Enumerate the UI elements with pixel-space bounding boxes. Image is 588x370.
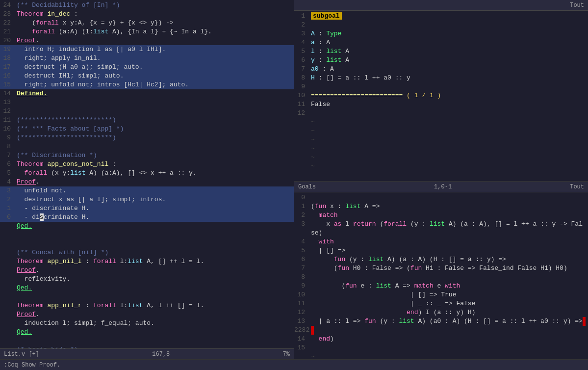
rt-line-3: 3 A : Type [294,29,588,38]
code-line-15: 15 right; unfold not; intros [Hc1| Hc2];… [0,80,294,89]
rb-line-14: 14 end) [294,335,588,344]
code-line-4: 4 Proof. [0,178,294,186]
subgoal-badge: subgoal [311,12,342,20]
code-line-blank2 [0,239,294,248]
rt-tilde-2: ~ [294,127,588,135]
rb-line-9: 9 (fun e : list A => match e with [294,282,588,291]
coq-command: :Coq Show Proof. [4,362,60,369]
code-line-blank3 [0,292,294,301]
rb-line-12: 12 end) I (a :: y) H) [294,308,588,317]
code-line-18: 18 right; apply in_nil. [0,54,294,63]
code-line-23: 23 Theorem in_dec : [0,10,294,19]
rb-line-4: 4 with [294,238,588,246]
rt-line-12: 12 [294,109,588,118]
rt-line-10: 10 ======================== ( 1 / 1 ) [294,91,588,100]
right-top-pane: Tout 1 subgoal 2 3 A : Type [294,0,588,182]
code-line-qed1: Qed. [0,222,294,231]
rb-line-13: 13 | a :: l => fun (y : list A) (a0 : A)… [294,317,588,326]
rb-line-0: 0 [294,193,588,202]
code-line-21: 21 forall (a:A) (l:list A), {In a l} + {… [0,27,294,36]
rb-line-2282: 2282 [294,326,588,335]
left-status-filename: List.v [+] [4,351,39,358]
code-line-7: 7 (** Discrimination *) [0,151,294,160]
left-status-percent: 7% [283,351,290,358]
rt-line-5: 5 l : list A [294,47,588,56]
rt-tilde-4: ~ [294,144,588,153]
code-line-blank1 [0,231,294,239]
code-line-24: 24 (** Decidability of [In] *) [0,1,294,10]
rt-tilde-1: ~ [294,118,588,127]
left-pane[interactable]: 24 (** Decidability of [In] *) 23 Theore… [0,0,294,359]
rt-tilde-3: ~ [294,135,588,144]
rb-line-2: 2 match [294,211,588,220]
code-line-refl: reflexivity. [0,275,294,284]
right-top-status-tout: Tout [570,2,584,9]
code-line-0: 0 - discriminate H. [0,213,294,222]
code-line-proof-nil-r: Proof. [0,310,294,319]
right-top-code: 1 subgoal 2 3 A : Type 4 a : A [294,11,588,172]
editor-area: 24 (** Decidability of [In] *) 23 Theore… [0,0,588,359]
code-line-16: 16 destruct IHl; simpl; auto. [0,72,294,80]
goals-label: Goals [298,184,316,190]
code-line-induction: induction l; simpl; f_equal; auto. [0,319,294,328]
right-bottom-statusbar: Goals 1,0-1 Tout [294,182,588,192]
left-statusbar: List.v [+] 167,8 7% [0,348,294,359]
code-line-13: 13 [0,98,294,107]
main-container: 24 (** Decidability of [In] *) 23 Theore… [0,0,588,370]
code-line-blank4 [0,337,294,345]
code-line-9: 9 (************************) [0,133,294,142]
bottom-statusbar: :Coq Show Proof. [0,359,588,370]
code-line-22: 22 (forall x y:A, {x = y} + {x <> y}) -> [0,19,294,27]
code-line-theorem-app-nil-r: Theorem app_nil_r : forall l:list A, l +… [0,301,294,310]
rb-line-15: 15 [294,344,588,352]
goals-code-block: 0 1 (fun x : list A => 2 match 3 [294,192,588,359]
rt-tilde-5: ~ [294,153,588,162]
code-line-8: 8 [0,142,294,151]
code-line-1: 1 - discriminate H. [0,204,294,213]
rb-line-11: 11 | _ :: _ => False [294,299,588,308]
right-bottom-code: 0 1 (fun x : list A => 2 match 3 [294,192,588,359]
rt-line-4: 4 a : A [294,38,588,47]
left-status-position: 167,8 [152,351,170,358]
right-pane: Tout 1 subgoal 2 3 A : Type [294,0,588,359]
code-line-theorem-app-nil-l: Theorem app_nil_l : forall l:list A, [] … [0,257,294,266]
rb-line-3: 3 x as l return (forall (y : list A) (a … [294,220,588,229]
code-line-qed3: Qed. [0,328,294,337]
rb-line-5: 5 | [] => [294,246,588,255]
code-line-12: 12 [0,107,294,116]
rt-line-11: 11 False [294,100,588,109]
goals-position: 1,0-1 [434,184,452,190]
goals-tout: Tout [570,184,584,190]
rb-line-se: se) [294,229,588,238]
code-line-2: 2 destruct x as [| a l]; simpl; intros. [0,195,294,204]
code-line-20: 20 Proof. [0,36,294,45]
rt-line-1: 1 subgoal [294,12,588,21]
code-line-11: 11 (************************) [0,116,294,125]
code-line-3: 3 unfold not. [0,186,294,195]
rb-line-6: 6 fun (y : list A) (a : A) (H : [] = a :… [294,255,588,264]
rt-line-2: 2 [294,21,588,29]
code-line-14: 14 Defined. [0,89,294,98]
rb-tilde-1: ~ [294,352,588,359]
rt-line-7: 7 a0 : A [294,65,588,74]
left-code-area[interactable]: 24 (** Decidability of [In] *) 23 Theore… [0,0,294,348]
rb-line-1: 1 (fun x : list A => [294,202,588,211]
rt-line-9: 9 [294,82,588,91]
rb-line-10: 10 | [] => True [294,291,588,299]
code-line-6: 6 Theorem app_cons_not_nil : [0,160,294,169]
rb-line-8: 8 [294,273,588,282]
left-code-block: 24 (** Decidability of [In] *) 23 Theore… [0,0,294,348]
code-line-5: 5 forall (x y:list A) (a:A), [] <> x ++ … [0,169,294,178]
right-top-statusbar: Tout [294,0,588,11]
right-bottom-pane: Goals 1,0-1 Tout 0 1 (fun x : list A => [294,182,588,359]
rt-line-6: 6 y : list A [294,56,588,65]
code-line-17: 17 destruct (H a0 a); simpl; auto. [0,63,294,72]
rt-tilde-6: ~ [294,162,588,171]
code-line-10: 10 (** *** Facts about [app] *) [0,125,294,133]
rt-line-8: 8 H : [] = a :: l ++ a0 :: y [294,74,588,82]
code-line-comment-concat: (** Concat with [nil] *) [0,248,294,257]
code-line-qed2: Qed. [0,284,294,292]
rb-line-7: 7 (fun H0 : False => (fun H1 : False => … [294,264,588,273]
code-line-proof-nil-l: Proof. [0,266,294,275]
code-line-19: 19 intro H; induction l as [| a0 l IHl]. [0,45,294,54]
